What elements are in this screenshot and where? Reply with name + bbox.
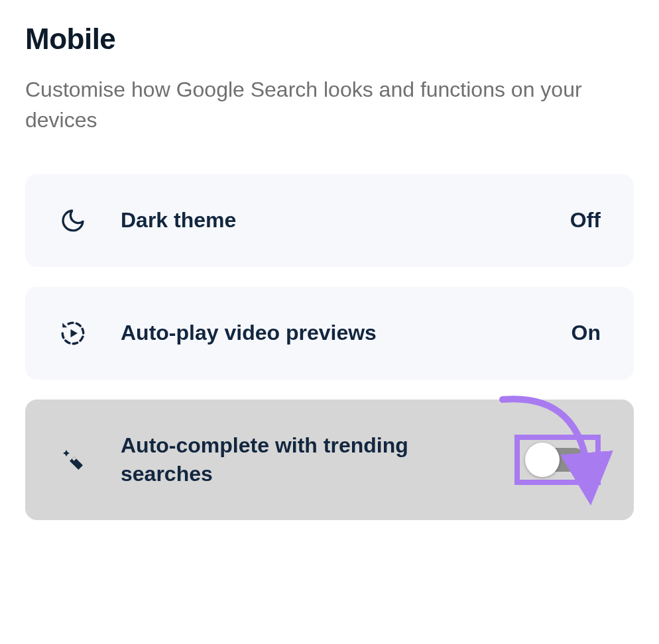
setting-value: On bbox=[571, 321, 601, 345]
magic-wand-icon bbox=[58, 445, 88, 474]
toggle-switch[interactable] bbox=[529, 448, 586, 472]
replay-play-icon bbox=[58, 319, 88, 348]
page-subtitle: Customise how Google Search looks and fu… bbox=[25, 74, 622, 136]
setting-autocomplete-trending[interactable]: Auto-complete with trending searches bbox=[25, 400, 634, 520]
setting-label: Dark theme bbox=[121, 206, 570, 235]
setting-label: Auto-complete with trending searches bbox=[121, 431, 514, 488]
moon-icon bbox=[58, 206, 88, 235]
settings-list: Dark theme Off Auto-play video previews … bbox=[25, 174, 634, 520]
setting-dark-theme[interactable]: Dark theme Off bbox=[25, 174, 634, 267]
setting-label: Auto-play video previews bbox=[121, 319, 571, 347]
toggle-knob bbox=[525, 443, 560, 477]
annotation-highlight-box bbox=[514, 435, 601, 485]
setting-value: Off bbox=[570, 208, 601, 233]
page-title: Mobile bbox=[25, 23, 634, 56]
svg-marker-0 bbox=[71, 329, 78, 337]
setting-autoplay-video[interactable]: Auto-play video previews On bbox=[25, 287, 634, 380]
